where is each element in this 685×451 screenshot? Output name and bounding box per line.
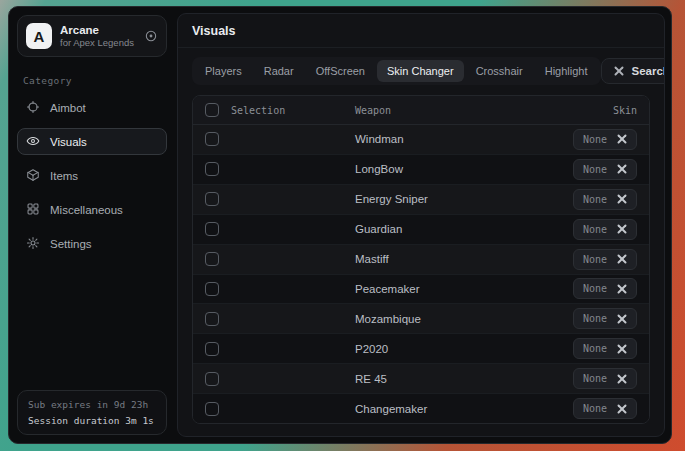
weapon-name: Windman xyxy=(355,133,573,145)
table-row: Changemaker None xyxy=(193,394,649,423)
app-title: Arcane xyxy=(60,23,136,37)
column-header-weapon: Weapon xyxy=(355,105,613,116)
target-icon[interactable] xyxy=(144,29,158,43)
sidebar-item-aimbot[interactable]: Aimbot xyxy=(17,94,167,121)
table-row: Peacemaker None xyxy=(193,275,649,305)
table-body: Windman None LongBow None Energy Sniper … xyxy=(193,125,649,423)
tab-skin-changer[interactable]: Skin Changer xyxy=(377,60,464,82)
skin-badge[interactable]: None xyxy=(573,398,637,419)
skin-table: Selection Weapon Skin Windman None LongB… xyxy=(192,95,650,424)
x-icon[interactable] xyxy=(617,314,627,324)
search-button-label: Search xyxy=(632,65,665,77)
sub-expires-text: Sub expires in 9d 23h xyxy=(28,399,156,410)
weapon-name: Peacemaker xyxy=(355,283,573,295)
x-icon[interactable] xyxy=(617,254,627,264)
x-icon[interactable] xyxy=(617,164,627,174)
sidebar-header-card: A Arcane for Apex Legends xyxy=(17,15,167,57)
weapon-name: Energy Sniper xyxy=(355,193,573,205)
weapon-name: RE 45 xyxy=(355,373,573,385)
skin-value: None xyxy=(583,283,607,294)
tab-bar: PlayersRadarOffScreenSkin ChangerCrossha… xyxy=(192,57,601,85)
column-header-skin: Skin xyxy=(613,105,637,116)
session-info-card: Sub expires in 9d 23h Session duration 3… xyxy=(17,390,167,435)
x-icon[interactable] xyxy=(617,194,627,204)
skin-value: None xyxy=(583,403,607,414)
tab-highlight[interactable]: Highlight xyxy=(535,60,598,82)
weapon-name: LongBow xyxy=(355,163,573,175)
table-row: LongBow None xyxy=(193,155,649,185)
row-checkbox[interactable] xyxy=(205,342,219,356)
sidebar-item-miscellaneous[interactable]: Miscellaneous xyxy=(17,196,167,223)
weapon-name: Guardian xyxy=(355,223,573,235)
table-row: Energy Sniper None xyxy=(193,185,649,215)
sidebar: A Arcane for Apex Legends Category Aimbo… xyxy=(9,7,175,443)
row-checkbox[interactable] xyxy=(205,192,219,206)
sidebar-item-settings[interactable]: Settings xyxy=(17,230,167,257)
x-icon[interactable] xyxy=(617,224,627,234)
skin-badge[interactable]: None xyxy=(573,159,637,180)
skin-value: None xyxy=(583,134,607,145)
weapon-name: P2020 xyxy=(355,343,573,355)
select-all-checkbox[interactable] xyxy=(205,103,219,117)
skin-value: None xyxy=(583,373,607,384)
main-panel: Visuals PlayersRadarOffScreenSkin Change… xyxy=(177,13,665,437)
cube-icon xyxy=(26,168,41,183)
app-logo: A xyxy=(26,23,52,49)
skin-value: None xyxy=(583,343,607,354)
sidebar-nav: Aimbot Visuals Items Miscellaneous Setti… xyxy=(17,94,167,257)
table-header-row: Selection Weapon Skin xyxy=(193,96,649,125)
grid-icon xyxy=(26,202,41,217)
table-row: Mozambique None xyxy=(193,304,649,334)
skin-badge[interactable]: None xyxy=(573,278,637,299)
row-checkbox[interactable] xyxy=(205,372,219,386)
app-subtitle: for Apex Legends xyxy=(60,37,136,49)
table-row: RE 45 None xyxy=(193,364,649,394)
table-row: P2020 None xyxy=(193,334,649,364)
table-row: Guardian None xyxy=(193,215,649,245)
skin-badge[interactable]: None xyxy=(573,219,637,240)
tab-radar[interactable]: Radar xyxy=(254,60,304,82)
sidebar-item-visuals[interactable]: Visuals xyxy=(17,128,167,155)
skin-value: None xyxy=(583,254,607,265)
skin-badge[interactable]: None xyxy=(573,308,637,329)
x-icon[interactable] xyxy=(617,404,627,414)
tab-players[interactable]: Players xyxy=(195,60,252,82)
skin-value: None xyxy=(583,194,607,205)
row-checkbox[interactable] xyxy=(205,312,219,326)
category-label: Category xyxy=(23,75,167,86)
x-icon[interactable] xyxy=(617,374,627,384)
skin-badge[interactable]: None xyxy=(573,338,637,359)
row-checkbox[interactable] xyxy=(205,282,219,296)
gear-icon xyxy=(26,236,41,251)
table-row: Windman None xyxy=(193,125,649,155)
x-icon[interactable] xyxy=(617,344,627,354)
skin-badge[interactable]: None xyxy=(573,189,637,210)
search-icon xyxy=(614,66,624,76)
skin-value: None xyxy=(583,313,607,324)
skin-badge[interactable]: None xyxy=(573,249,637,270)
search-button[interactable]: Search xyxy=(601,58,665,84)
crosshair-icon xyxy=(26,100,41,115)
column-header-selection: Selection xyxy=(231,105,285,116)
skin-badge[interactable]: None xyxy=(573,129,637,150)
page-title: Visuals xyxy=(192,24,650,38)
row-checkbox[interactable] xyxy=(205,222,219,236)
session-duration-text: Session duration 3m 1s xyxy=(28,415,156,426)
skin-badge[interactable]: None xyxy=(573,368,637,389)
tab-offscreen[interactable]: OffScreen xyxy=(306,60,375,82)
tab-crosshair[interactable]: Crosshair xyxy=(466,60,533,82)
main-header: Visuals xyxy=(178,14,664,48)
eye-icon xyxy=(26,134,41,149)
row-checkbox[interactable] xyxy=(205,252,219,266)
table-row: Mastiff None xyxy=(193,245,649,275)
app-window: A Arcane for Apex Legends Category Aimbo… xyxy=(8,6,672,444)
skin-value: None xyxy=(583,224,607,235)
skin-value: None xyxy=(583,164,607,175)
x-icon[interactable] xyxy=(617,134,627,144)
row-checkbox[interactable] xyxy=(205,132,219,146)
row-checkbox[interactable] xyxy=(205,162,219,176)
sidebar-item-items[interactable]: Items xyxy=(17,162,167,189)
row-checkbox[interactable] xyxy=(205,402,219,416)
toolbar: PlayersRadarOffScreenSkin ChangerCrossha… xyxy=(178,48,664,93)
x-icon[interactable] xyxy=(617,284,627,294)
